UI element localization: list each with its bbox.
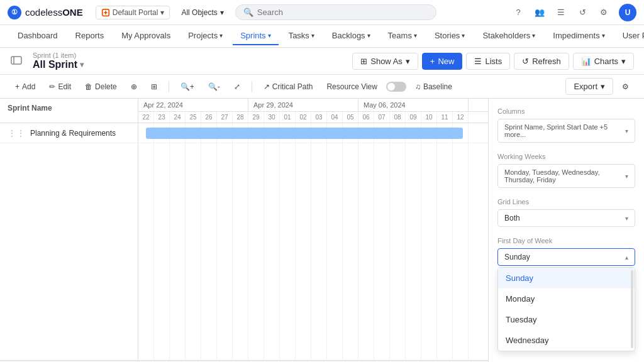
sprint-icon-btn[interactable] (10, 54, 23, 69)
date-weeks: Apr 22, 2024 Apr 29, 2024 May 06, 2024 (138, 99, 488, 112)
dropdown-scrollbar[interactable] (631, 270, 633, 348)
sidebar-item-stories[interactable]: Stories▾ (427, 27, 472, 45)
sidebar-item-sprints[interactable]: Sprints▾ (233, 27, 278, 45)
first-day-dropdown-container: Sunday ▴ Sunday Monday Tuesday Wednesday (497, 248, 635, 351)
chevron-down-icon: ▾ (367, 32, 370, 39)
grid-line (327, 123, 343, 360)
first-day-dropdown-list: Sunday Monday Tuesday Wednesday (497, 267, 635, 351)
help-icon[interactable]: ? (512, 6, 525, 19)
svg-rect-1 (11, 57, 21, 64)
gantt-bar[interactable] (146, 128, 463, 139)
dropdown-item-tuesday[interactable]: Tuesday (498, 309, 635, 330)
critical-path-button[interactable]: ↗ Critical Path (258, 80, 318, 94)
plus-icon: + (15, 82, 19, 91)
history-icon[interactable]: ↺ (576, 6, 589, 19)
day-06: 06 (358, 112, 374, 123)
columns-select[interactable]: Sprint Name, Sprint Start Date +5 more..… (497, 119, 635, 143)
zoom-out-button[interactable]: 🔍- (203, 80, 225, 94)
sidebar-item-tasks[interactable]: Tasks▾ (281, 27, 322, 45)
sidebar-item-reports[interactable]: Reports (68, 27, 112, 45)
grid-line (186, 123, 201, 360)
expand-button[interactable]: ⤢ (229, 80, 245, 94)
working-weeks-select[interactable]: Monday, Tuesday, Wednesday, Thursday, Fr… (497, 164, 635, 188)
baseline-button[interactable]: ♫ Baseline (410, 80, 457, 94)
grid-lines-value: Both (504, 214, 625, 222)
grid-line (390, 123, 406, 360)
users-icon[interactable]: 👥 (533, 6, 546, 19)
delete-button[interactable]: 🗑 Delete (80, 80, 122, 94)
day-26: 26 (201, 112, 217, 123)
zoom-in-button[interactable]: 🔍+ (175, 80, 199, 94)
chevron-down-icon: ▾ (625, 173, 628, 180)
search-bar[interactable]: 🔍 (235, 4, 436, 20)
day-23: 23 (154, 112, 170, 123)
all-objects-selector[interactable]: All Objects ▾ (176, 6, 228, 19)
copy-button[interactable]: ⊕ (126, 80, 142, 94)
sidebar-item-user-profiles[interactable]: User Profiles▾ (615, 27, 644, 45)
charts-button[interactable]: 📊 Charts ▾ (573, 53, 634, 70)
sidebar-item-stakeholders[interactable]: Stakeholders▾ (475, 27, 543, 45)
dropdown-item-wednesday[interactable]: Wednesday (498, 330, 635, 351)
dropdown-item-monday[interactable]: Monday (498, 288, 635, 309)
grid-line (264, 123, 280, 360)
chevron-down-icon: ▾ (219, 32, 223, 39)
settings-button[interactable]: ⚙ (617, 80, 634, 94)
settings-icon[interactable]: ⚙ (597, 6, 610, 19)
main-content: Sprint Name Apr 22, 2024 Apr 29, 2024 Ma… (0, 99, 644, 362)
grid-lines-select[interactable]: Both ▾ (497, 209, 635, 227)
day-29: 29 (248, 112, 264, 123)
expand-icon: ⤢ (234, 82, 240, 91)
grid-line (406, 123, 421, 360)
sidebar-item-teams[interactable]: Teams▾ (380, 27, 425, 45)
paste-button[interactable]: ⊞ (146, 80, 162, 94)
refresh-button[interactable]: ↺ Refresh (514, 53, 569, 70)
day-22: 22 (138, 112, 154, 123)
sub-toolbar: + Add ✏ Edit 🗑 Delete ⊕ ⊞ 🔍+ 🔍- ⤢ ↗ Crit… (0, 75, 644, 99)
dropdown-item-sunday[interactable]: Sunday (498, 268, 635, 288)
portal-selector[interactable]: Default Portal ▾ (96, 6, 170, 19)
chevron-down-icon: ▾ (462, 32, 465, 39)
critical-path-icon: ↗ (264, 82, 270, 91)
sidebar-item-dashboard[interactable]: Dashboard (10, 27, 65, 45)
grid-line (248, 123, 264, 360)
add-button[interactable]: + Add (10, 80, 40, 94)
new-button[interactable]: + New (422, 53, 463, 70)
grid-lines-label: Grid Lines (497, 198, 635, 206)
zoom-out-icon: 🔍- (208, 82, 220, 91)
resource-view-button[interactable]: Resource View (321, 80, 382, 94)
edit-button[interactable]: ✏ Edit (44, 80, 76, 94)
breadcrumb-sub: Sprint (1 item) (33, 52, 84, 59)
sidebar-item-backlogs[interactable]: Backlogs▾ (325, 27, 378, 45)
week-may06: May 06, 2024 (358, 99, 469, 111)
sidebar-item-impediments[interactable]: Impediments▾ (545, 27, 612, 45)
chevron-down-icon[interactable]: ▾ (80, 60, 84, 69)
first-day-section: First Day of Week Sunday ▴ Sunday Monday… (497, 237, 635, 351)
drag-handle[interactable]: ⋮⋮ (8, 128, 25, 138)
columns-label: Columns (497, 107, 635, 115)
grid-lines (138, 123, 488, 360)
sidebar-item-my-approvals[interactable]: My Approvals (114, 27, 178, 45)
grid-line (201, 123, 217, 360)
search-input[interactable] (257, 8, 428, 17)
sidebar-item-projects[interactable]: Projects▾ (180, 27, 230, 45)
copy-icon: ⊕ (131, 82, 137, 91)
app-logo[interactable]: ① codelessONE (8, 6, 83, 19)
resource-view-toggle[interactable] (386, 82, 406, 92)
grid-line (296, 123, 311, 360)
first-day-select[interactable]: Sunday ▴ (497, 248, 635, 266)
chevron-up-icon: ▴ (625, 254, 628, 261)
plus-icon: + (430, 57, 435, 66)
separator (169, 81, 169, 92)
chevron-down-icon: ▾ (601, 82, 605, 91)
lists-button[interactable]: ☰ Lists (466, 53, 510, 70)
sprint-icon (10, 54, 23, 67)
grid-line (138, 123, 154, 360)
day-25: 25 (186, 112, 201, 123)
export-button[interactable]: Export ▾ (565, 78, 613, 95)
day-01: 01 (280, 112, 296, 123)
toolbar-actions: ⊞ Show As ▾ + New ☰ Lists ↺ Refresh 📊 Ch… (352, 53, 634, 70)
show-as-button[interactable]: ⊞ Show As ▾ (352, 53, 418, 70)
avatar[interactable]: U (619, 4, 636, 21)
menu-icon[interactable]: ☰ (555, 6, 567, 19)
day-02: 02 (296, 112, 311, 123)
